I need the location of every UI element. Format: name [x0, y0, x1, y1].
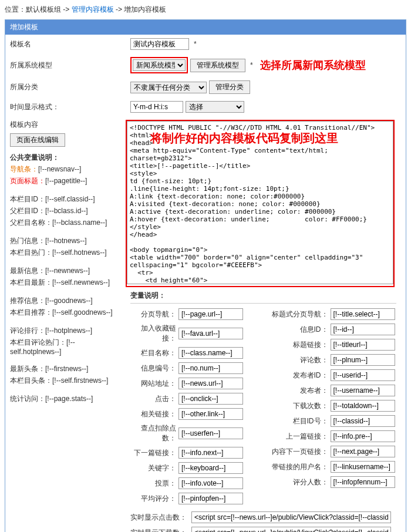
var-row: 平均评分： [130, 493, 258, 504]
var-row: 栏目ID号： [269, 415, 397, 427]
sysmodel-label: 所属系统模型 [10, 60, 130, 70]
content-label: 模板内容 [10, 120, 121, 130]
panel-title: 增加模板 [5, 20, 406, 35]
sidebar-var: 页面标题：[!--pagetitle--] [10, 176, 121, 186]
sidebar-var: 最新信息：[!--newnews--] [10, 266, 121, 276]
breadcrumb-link[interactable]: 管理内容模板 [72, 5, 114, 14]
var-value[interactable] [331, 461, 395, 473]
var-value[interactable] [178, 493, 243, 504]
var-row: 发布者： [269, 385, 397, 396]
sidebar-var: 父栏目ID：[!--bclass.id--] [10, 206, 121, 216]
var-row: 带链接的用户名： [269, 461, 397, 473]
var-row: 上一篇链接： [269, 430, 397, 442]
var-row: 下一篇链接： [130, 447, 258, 459]
var-row: 标题链接： [269, 339, 397, 351]
sidebar-var: 父栏目名称：[!--bclass.name--] [10, 218, 121, 228]
var-value[interactable] [178, 477, 243, 489]
var-value[interactable] [178, 378, 243, 389]
var-value[interactable] [331, 354, 395, 366]
var-value[interactable] [178, 393, 243, 405]
var-row: 发布者ID： [269, 369, 397, 381]
var-value[interactable] [178, 462, 243, 474]
script-row: 实时显示下载数： [130, 527, 396, 532]
sysmodel-select[interactable]: 新闻系统模型 [133, 59, 186, 71]
var-row: 评分人数： [269, 476, 397, 488]
script-value[interactable] [191, 527, 391, 532]
var-row: 内容下一页链接： [269, 446, 397, 457]
var-row: 相关链接： [130, 408, 258, 420]
var-value[interactable] [178, 408, 243, 420]
name-input[interactable] [130, 38, 189, 50]
sidebar-var: 统计访问：[!--page.stats--] [10, 394, 121, 404]
var-value[interactable] [331, 385, 395, 396]
sidebar-var: 本栏目热门：[!--self.hotnews--] [10, 248, 121, 258]
sidebar-var: 评论排行：[!--hotplnews--] [10, 326, 121, 336]
online-edit-button[interactable]: 页面在线编辑 [10, 133, 65, 147]
var-row: 下载次数： [269, 400, 397, 412]
var-row: 信息编号： [130, 362, 258, 374]
var-value[interactable] [331, 415, 395, 427]
sidebar-var: 本栏目评论热门：[!--self.hotplnews--] [10, 338, 121, 356]
var-row: 标题式分页导航： [269, 308, 397, 320]
sidebar-var: 导航条：[!--newsnav--] [10, 164, 121, 174]
manage-category-button[interactable]: 管理分类 [209, 80, 250, 94]
name-label: 模板名 [10, 39, 130, 49]
var-value[interactable] [331, 324, 395, 335]
annotation-template: 将制作好的内容模板代码复制到这里 [150, 130, 389, 146]
var-row: 加入收藏链接： [130, 324, 258, 344]
sidebar-var: 本栏目推荐：[!--self.goodnews--] [10, 308, 121, 318]
sidebar-var: 本栏目头条：[!--self.firstnews--] [10, 376, 121, 386]
var-row: 查点扣除点数： [130, 423, 258, 443]
var-value[interactable] [178, 328, 243, 339]
var-value[interactable] [331, 476, 395, 488]
var-row: 评论数： [269, 354, 397, 366]
var-value[interactable] [178, 347, 243, 359]
breadcrumb: 位置：默认模板组 -> 管理内容模板 -> 增加内容模板 [5, 5, 406, 15]
manage-sysmodel-button[interactable]: 管理系统模型 [190, 59, 245, 72]
var-value[interactable] [331, 400, 395, 412]
vars-title: 变量说明： [130, 291, 396, 304]
main-panel: 增加模板 模板名 * 所属系统模型 新闻系统模型 管理系统模型 * 选择所属新闻… [5, 19, 406, 532]
var-value[interactable] [331, 446, 395, 457]
script-value[interactable] [191, 511, 391, 523]
var-row: 信息ID： [269, 324, 397, 335]
var-row: 点击： [130, 393, 258, 405]
var-value[interactable] [331, 339, 395, 351]
sidebar-var: 本栏目最新：[!--self.newnews--] [10, 278, 121, 288]
var-value[interactable] [331, 369, 395, 381]
var-value[interactable] [331, 430, 395, 442]
sidebar-var: 本栏目ID：[!--self.classid--] [10, 194, 121, 204]
var-row: 分页导航： [130, 308, 258, 320]
sidebar-var: 最新头条：[!--firstnews--] [10, 364, 121, 374]
category-select[interactable]: 不隶属于任何分类 [130, 82, 207, 93]
sidebar-var: 热门信息：[!--hotnews--] [10, 236, 121, 246]
var-value[interactable] [178, 308, 243, 320]
var-value[interactable] [178, 362, 243, 374]
annotation-sysmodel: 选择所属新闻系统模型 [260, 58, 366, 72]
timeformat-input[interactable] [130, 101, 183, 113]
var-row: 关键字： [130, 462, 258, 474]
var-value[interactable] [331, 308, 395, 320]
timeformat-select[interactable]: 选择 [186, 101, 244, 113]
var-row: 投票： [130, 477, 258, 489]
var-value[interactable] [178, 447, 243, 459]
category-label: 所属分类 [10, 82, 130, 92]
var-row: 栏目名称： [130, 347, 258, 359]
script-row: 实时显示点击数： [130, 511, 396, 523]
var-value[interactable] [178, 427, 243, 439]
var-row: 网站地址： [130, 378, 258, 389]
sidebar-var: 推荐信息：[!--goodnews--] [10, 296, 121, 306]
timeformat-label: 时间显示格式： [10, 102, 130, 112]
